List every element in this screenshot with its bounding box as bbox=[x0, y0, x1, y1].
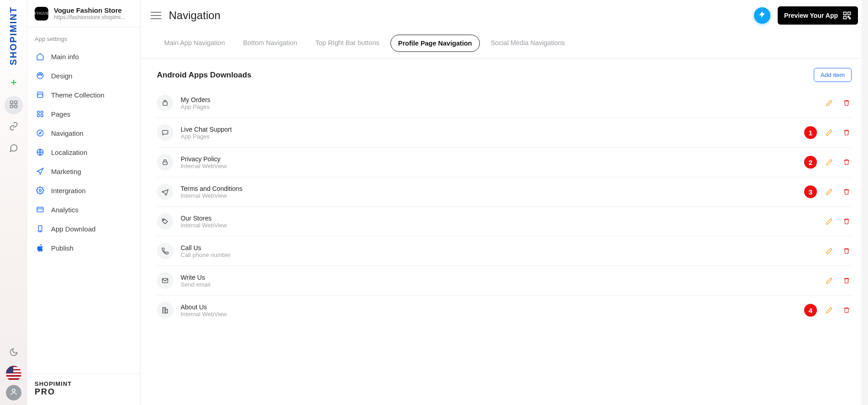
sidebar-item-label: Theme Collection bbox=[51, 91, 104, 99]
item-subtitle: App Pages bbox=[181, 103, 210, 110]
nav-item-row[interactable]: Terms and ConditionsInternal WebView3 bbox=[157, 177, 852, 207]
item-subtitle: Call phone number bbox=[181, 251, 231, 258]
gear-icon bbox=[36, 186, 45, 195]
nav-item-row[interactable]: My OrdersApp Pages bbox=[157, 88, 852, 118]
sidebar-item-label: Navigation bbox=[51, 129, 83, 137]
sidebar: VOGUE Vogue Fashion Store https://fashio… bbox=[27, 0, 140, 405]
sidebar-item-pages[interactable]: Pages bbox=[27, 104, 140, 123]
item-title: Privacy Policy bbox=[181, 155, 227, 163]
store-logo: VOGUE bbox=[35, 7, 48, 21]
delete-item-button[interactable] bbox=[842, 305, 852, 315]
tab-profile-page-navigation[interactable]: Profile Page Navigation bbox=[390, 35, 480, 52]
nav-item-row[interactable]: Live Chat SupportApp Pages1 bbox=[157, 118, 852, 148]
delete-item-button[interactable] bbox=[842, 276, 852, 286]
download-icon bbox=[36, 225, 45, 233]
svg-rect-15 bbox=[41, 115, 43, 117]
svg-rect-12 bbox=[37, 111, 40, 113]
store-header[interactable]: VOGUE Vogue Fashion Store https://fashio… bbox=[27, 0, 140, 27]
preview-app-button[interactable]: Preview Your App bbox=[778, 6, 858, 25]
locale-flag-us[interactable] bbox=[6, 366, 21, 381]
delete-item-button[interactable] bbox=[842, 98, 852, 108]
rail-add-button[interactable] bbox=[5, 74, 23, 92]
sidebar-item-label: Publish bbox=[51, 244, 73, 252]
nav-item-row[interactable]: About UsInternal WebView4 bbox=[157, 296, 852, 325]
sidebar-item-design[interactable]: Design bbox=[27, 66, 140, 85]
svg-point-9 bbox=[40, 73, 41, 74]
edit-item-button[interactable] bbox=[824, 128, 834, 138]
item-type-icon bbox=[157, 95, 173, 111]
edit-item-button[interactable] bbox=[824, 157, 834, 167]
svg-rect-27 bbox=[848, 16, 849, 18]
edit-item-button[interactable] bbox=[824, 305, 834, 315]
rail-chat-button[interactable] bbox=[5, 140, 23, 158]
tab-main-app-navigation[interactable]: Main App Navigation bbox=[157, 35, 232, 52]
sidebar-item-app-download[interactable]: App Download bbox=[27, 219, 140, 238]
store-name: Vogue Fashion Store bbox=[54, 6, 125, 14]
edit-item-button[interactable] bbox=[824, 98, 834, 108]
svg-rect-26 bbox=[844, 16, 847, 19]
sidebar-item-label: Analytics bbox=[51, 206, 78, 214]
icon-rail: SHOPIMINT bbox=[0, 0, 27, 405]
item-subtitle: Internal WebView bbox=[181, 311, 227, 318]
item-title: Call Us bbox=[181, 244, 231, 251]
item-title: My Orders bbox=[181, 96, 210, 103]
item-title: About Us bbox=[181, 303, 227, 311]
rail-theme-toggle[interactable] bbox=[5, 344, 23, 362]
delete-item-button[interactable] bbox=[842, 216, 852, 226]
annotation-badge: 3 bbox=[804, 185, 817, 198]
delete-item-button[interactable] bbox=[842, 246, 852, 256]
delete-item-button[interactable] bbox=[842, 187, 852, 197]
user-avatar[interactable] bbox=[6, 385, 21, 400]
edit-item-button[interactable] bbox=[824, 246, 834, 256]
svg-point-35 bbox=[163, 220, 164, 220]
sidebar-item-label: Marketing bbox=[51, 168, 81, 175]
item-type-icon bbox=[157, 124, 173, 141]
item-subtitle: Internal WebView bbox=[181, 163, 227, 169]
annotation-badge: 4 bbox=[804, 304, 817, 317]
scrollbar[interactable] bbox=[862, 0, 868, 405]
nav-item-row[interactable]: Call UsCall phone number bbox=[157, 236, 852, 266]
edit-item-button[interactable] bbox=[824, 216, 834, 226]
rail-link-button[interactable] bbox=[5, 118, 23, 136]
delete-item-button[interactable] bbox=[842, 157, 852, 167]
rail-apps-button[interactable] bbox=[5, 96, 23, 114]
sidebar-item-label: Localization bbox=[51, 149, 87, 156]
plus-icon bbox=[9, 78, 18, 89]
edit-item-button[interactable] bbox=[824, 187, 834, 197]
nav-item-row[interactable]: Privacy PolicyInternal WebView2 bbox=[157, 148, 852, 177]
store-url: https://fashionstore.shopimi... bbox=[54, 14, 125, 21]
item-title: Live Chat Support bbox=[181, 126, 232, 133]
svg-rect-30 bbox=[162, 130, 168, 134]
item-title: Write Us bbox=[181, 274, 210, 281]
sidebar-item-main-info[interactable]: Main info bbox=[27, 47, 140, 66]
item-subtitle: Send email bbox=[181, 281, 210, 288]
sidebar-item-label: Intergration bbox=[51, 187, 86, 195]
sidebar-item-label: Design bbox=[51, 72, 73, 80]
sidebar-item-theme-collection[interactable]: Theme Collection bbox=[27, 85, 140, 104]
sidebar-item-marketing[interactable]: Marketing bbox=[27, 162, 140, 181]
delete-item-button[interactable] bbox=[842, 128, 852, 138]
tab-bottom-navigation[interactable]: Bottom Navigation bbox=[236, 35, 304, 52]
svg-point-16 bbox=[37, 130, 43, 136]
link-icon bbox=[9, 122, 18, 133]
tab-social-media-navigations[interactable]: Social Media Navigations bbox=[483, 35, 572, 52]
edit-item-button[interactable] bbox=[824, 276, 834, 286]
sidebar-item-analytics[interactable]: Analytics bbox=[27, 200, 140, 219]
quick-action-button[interactable] bbox=[754, 7, 770, 24]
nav-item-row[interactable]: Write UsSend email bbox=[157, 266, 852, 296]
sidebar-item-localization[interactable]: Localization bbox=[27, 143, 140, 162]
sidebar-item-publish[interactable]: Publish bbox=[27, 238, 140, 257]
svg-rect-4 bbox=[10, 105, 13, 108]
add-item-button[interactable]: Add item bbox=[814, 68, 852, 82]
item-subtitle: App Pages bbox=[181, 133, 232, 140]
send-icon bbox=[36, 167, 45, 175]
nav-item-row[interactable]: Our StoresInternal WebView bbox=[157, 207, 852, 236]
svg-rect-14 bbox=[37, 115, 40, 117]
sidebar-item-integration[interactable]: Intergration bbox=[27, 181, 140, 200]
svg-rect-38 bbox=[166, 309, 167, 313]
tab-top-right-bar-buttons[interactable]: Top RIght Bar buttons bbox=[308, 35, 386, 52]
svg-rect-3 bbox=[14, 101, 17, 104]
sidebar-item-navigation[interactable]: Navigation bbox=[27, 123, 140, 143]
annotation-badge: 1 bbox=[804, 126, 817, 139]
sidebar-toggle[interactable] bbox=[151, 10, 161, 21]
